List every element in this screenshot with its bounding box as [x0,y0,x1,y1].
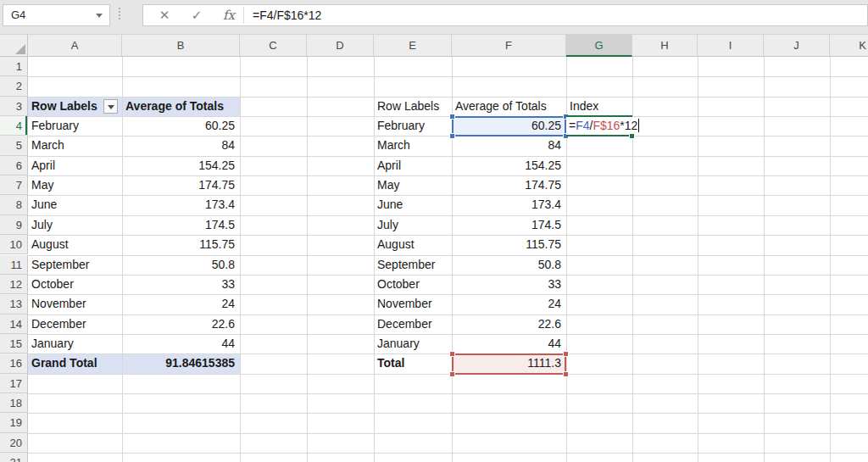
row-header-20[interactable]: 20 [0,433,28,453]
index-row-label[interactable]: October [377,275,420,294]
index-header-row-labels[interactable]: Row Labels [377,97,439,116]
index-row-value[interactable]: 24 [455,294,561,314]
gridline-vertical [240,57,241,462]
pivot-row-label[interactable]: November [31,294,86,314]
row-header-21[interactable]: 21 [0,453,28,462]
name-box-dropdown-icon[interactable] [96,14,103,18]
column-header-D[interactable]: D [307,34,374,57]
pivot-grand-total-label[interactable]: Grand Total [31,353,97,373]
pivot-row-label[interactable]: May [31,175,53,195]
row-header-3[interactable]: 3 [0,97,28,116]
pivot-row-value[interactable]: 24 [125,294,235,314]
row-header-14[interactable]: 14 [0,314,28,334]
name-box[interactable]: G4 [3,4,110,26]
pivot-row-value[interactable]: 154.25 [125,156,235,175]
pivot-row-value[interactable]: 174.5 [125,215,235,235]
pivot-row-label[interactable]: July [31,215,53,235]
row-header-13[interactable]: 13 [0,294,28,314]
insert-function-icon[interactable]: fx [214,5,243,25]
select-all-corner[interactable] [0,34,28,57]
row-header-12[interactable]: 12 [0,275,28,294]
pivot-grand-total-value[interactable]: 91.84615385 [125,353,235,373]
row-header-16[interactable]: 16 [0,353,28,373]
row-header-10[interactable]: 10 [0,235,28,254]
index-total-value[interactable]: 1111.3 [455,353,561,373]
column-header-C[interactable]: C [240,34,307,57]
column-header-K[interactable]: K [830,34,868,57]
pivot-filter-button[interactable] [103,99,118,114]
index-row-label[interactable]: March [377,136,410,155]
pivot-header-values[interactable]: Average of Totals [125,97,224,116]
cancel-icon[interactable]: ✕ [150,5,179,25]
index-row-label[interactable]: December [377,314,432,334]
formula-part: = [569,119,576,132]
pivot-row-value[interactable]: 44 [125,334,235,353]
column-header-I[interactable]: I [698,34,764,57]
pivot-row-value[interactable]: 84 [125,136,235,155]
row-header-17[interactable]: 17 [0,374,28,393]
index-row-value[interactable]: 33 [455,275,561,294]
pivot-header-row-labels[interactable]: Row Labels [31,97,97,116]
row-header-19[interactable]: 19 [0,413,28,432]
pivot-row-label[interactable]: June [31,195,57,214]
index-row-label[interactable]: September [377,255,435,275]
index-row-label[interactable]: April [377,156,401,175]
column-header-B[interactable]: B [122,34,240,57]
column-header-J[interactable]: J [764,34,830,57]
pivot-row-label[interactable]: October [31,275,74,294]
pivot-row-label[interactable]: August [31,235,69,254]
index-total-label[interactable]: Total [377,353,404,373]
row-header-5[interactable]: 5 [0,136,28,155]
row-header-6[interactable]: 6 [0,156,28,175]
pivot-row-value[interactable]: 60.25 [125,116,235,136]
index-row-value[interactable]: 50.8 [455,255,561,275]
pivot-row-value[interactable]: 22.6 [125,314,235,334]
formula-bar-input[interactable]: =F4/F$16*12 [253,5,321,25]
enter-icon[interactable]: ✓ [182,5,211,25]
index-row-label[interactable]: July [377,215,398,235]
pivot-row-value[interactable]: 173.4 [125,195,235,214]
index-row-value[interactable]: 22.6 [455,314,561,334]
index-row-label[interactable]: February [377,116,425,136]
index-row-value[interactable]: 115.75 [455,235,561,254]
row-header-9[interactable]: 9 [0,215,28,235]
index-row-value[interactable]: 44 [455,334,561,353]
pivot-row-value[interactable]: 33 [125,275,235,294]
index-row-value[interactable]: 84 [455,136,561,155]
index-row-value[interactable]: 174.75 [455,175,561,195]
index-row-value[interactable]: 174.5 [455,215,561,235]
pivot-row-label[interactable]: December [31,314,86,334]
pivot-row-label[interactable]: April [31,156,55,175]
row-header-1[interactable]: 1 [0,57,28,76]
row-header-2[interactable]: 2 [0,76,28,96]
index-row-label[interactable]: May [377,175,399,195]
row-header-8[interactable]: 8 [0,195,28,214]
column-header-F[interactable]: F [452,34,566,57]
index-row-label[interactable]: June [377,195,403,214]
column-header-A[interactable]: A [28,34,122,57]
pivot-row-value[interactable]: 115.75 [125,235,235,254]
pivot-row-value[interactable]: 50.8 [125,255,235,275]
index-row-value[interactable]: 154.25 [455,156,561,175]
column-header-H[interactable]: H [632,34,698,57]
pivot-row-label[interactable]: September [31,255,89,275]
index-header-values[interactable]: Average of Totals [455,97,547,116]
index-row-label[interactable]: January [377,334,420,353]
pivot-row-label[interactable]: January [31,334,74,353]
row-header-11[interactable]: 11 [0,255,28,275]
row-header-4[interactable]: 4 [0,116,28,136]
index-row-value[interactable]: 60.25 [455,116,561,136]
column-header-G[interactable]: G [566,34,632,57]
pivot-row-label[interactable]: February [31,116,79,136]
pivot-row-value[interactable]: 174.75 [125,175,235,195]
index-header-index[interactable]: Index [570,97,598,116]
row-header-18[interactable]: 18 [0,393,28,413]
column-header-E[interactable]: E [374,34,452,57]
pivot-row-label[interactable]: March [31,136,64,155]
row-header-7[interactable]: 7 [0,175,28,195]
cell-edit-formula[interactable]: =F4/F$16*12 [569,116,639,136]
index-row-label[interactable]: August [377,235,415,254]
index-row-label[interactable]: November [377,294,432,314]
row-header-15[interactable]: 15 [0,334,28,353]
index-row-value[interactable]: 173.4 [455,195,561,214]
